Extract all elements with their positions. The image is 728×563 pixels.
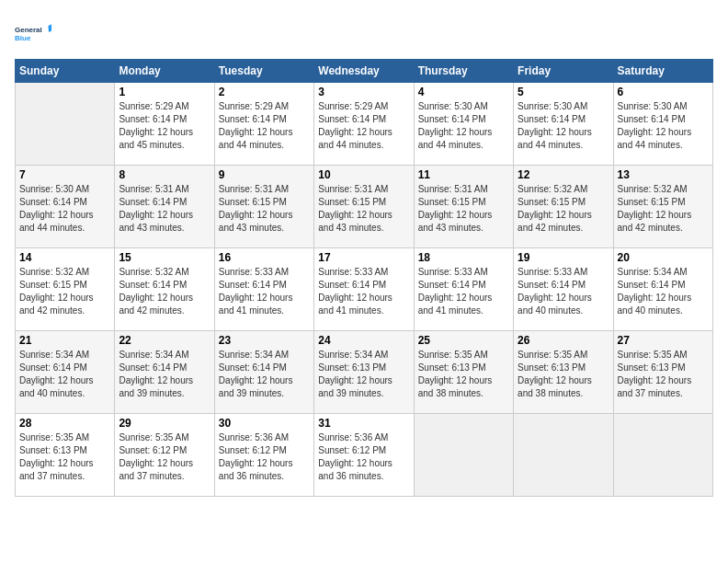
day-info: Sunrise: 5:34 AM Sunset: 6:14 PM Dayligh… bbox=[119, 349, 210, 400]
day-number: 12 bbox=[518, 168, 609, 181]
day-info: Sunrise: 5:36 AM Sunset: 6:12 PM Dayligh… bbox=[219, 431, 310, 483]
day-info: Sunrise: 5:33 AM Sunset: 6:14 PM Dayligh… bbox=[518, 266, 609, 317]
calendar-cell: 5Sunrise: 5:30 AM Sunset: 6:14 PM Daylig… bbox=[514, 83, 613, 166]
day-number: 10 bbox=[318, 168, 409, 181]
day-number: 5 bbox=[518, 86, 609, 98]
calendar-cell: 1Sunrise: 5:29 AM Sunset: 6:14 PM Daylig… bbox=[115, 83, 214, 166]
week-row-3: 14Sunrise: 5:32 AM Sunset: 6:15 PM Dayli… bbox=[16, 248, 713, 331]
week-row-4: 21Sunrise: 5:34 AM Sunset: 6:14 PM Dayli… bbox=[16, 331, 713, 414]
day-number: 21 bbox=[19, 334, 110, 347]
logo-svg: General Blue bbox=[15, 15, 51, 52]
calendar-cell: 20Sunrise: 5:34 AM Sunset: 6:14 PM Dayli… bbox=[613, 248, 712, 331]
day-info: Sunrise: 5:32 AM Sunset: 6:15 PM Dayligh… bbox=[19, 266, 110, 317]
calendar-cell: 26Sunrise: 5:35 AM Sunset: 6:13 PM Dayli… bbox=[514, 331, 613, 414]
day-info: Sunrise: 5:29 AM Sunset: 6:14 PM Dayligh… bbox=[119, 100, 210, 152]
col-header-sunday: Sunday bbox=[16, 60, 115, 83]
day-info: Sunrise: 5:29 AM Sunset: 6:14 PM Dayligh… bbox=[219, 100, 310, 152]
svg-marker-2 bbox=[49, 24, 52, 32]
day-info: Sunrise: 5:31 AM Sunset: 6:15 PM Dayligh… bbox=[219, 183, 310, 235]
calendar-cell: 31Sunrise: 5:36 AM Sunset: 6:12 PM Dayli… bbox=[314, 414, 414, 497]
calendar-cell: 14Sunrise: 5:32 AM Sunset: 6:15 PM Dayli… bbox=[16, 248, 115, 331]
day-number: 8 bbox=[119, 168, 210, 181]
calendar-header: SundayMondayTuesdayWednesdayThursdayFrid… bbox=[16, 60, 713, 83]
day-number: 14 bbox=[19, 251, 110, 264]
calendar-cell: 10Sunrise: 5:31 AM Sunset: 6:15 PM Dayli… bbox=[314, 166, 414, 248]
day-number: 20 bbox=[618, 251, 709, 264]
calendar-cell: 15Sunrise: 5:32 AM Sunset: 6:14 PM Dayli… bbox=[115, 248, 214, 331]
day-info: Sunrise: 5:34 AM Sunset: 6:14 PM Dayligh… bbox=[618, 266, 709, 317]
day-number: 16 bbox=[219, 251, 310, 264]
col-header-friday: Friday bbox=[514, 60, 613, 83]
calendar-cell: 6Sunrise: 5:30 AM Sunset: 6:14 PM Daylig… bbox=[613, 83, 712, 166]
calendar-cell: 7Sunrise: 5:30 AM Sunset: 6:14 PM Daylig… bbox=[16, 166, 115, 248]
day-info: Sunrise: 5:35 AM Sunset: 6:13 PM Dayligh… bbox=[618, 349, 709, 400]
calendar-cell: 30Sunrise: 5:36 AM Sunset: 6:12 PM Dayli… bbox=[214, 414, 313, 497]
day-info: Sunrise: 5:31 AM Sunset: 6:15 PM Dayligh… bbox=[418, 183, 509, 235]
day-number: 18 bbox=[418, 251, 509, 264]
day-number: 24 bbox=[318, 334, 409, 347]
calendar-cell: 25Sunrise: 5:35 AM Sunset: 6:13 PM Dayli… bbox=[414, 331, 513, 414]
day-number: 31 bbox=[318, 417, 409, 430]
day-number: 6 bbox=[618, 86, 709, 98]
calendar-cell: 4Sunrise: 5:30 AM Sunset: 6:14 PM Daylig… bbox=[414, 83, 513, 166]
calendar-cell: 16Sunrise: 5:33 AM Sunset: 6:14 PM Dayli… bbox=[214, 248, 313, 331]
calendar-cell: 28Sunrise: 5:35 AM Sunset: 6:13 PM Dayli… bbox=[16, 414, 115, 497]
col-header-saturday: Saturday bbox=[613, 60, 712, 83]
day-number: 11 bbox=[418, 168, 509, 181]
svg-text:Blue: Blue bbox=[15, 34, 31, 42]
day-info: Sunrise: 5:35 AM Sunset: 6:13 PM Dayligh… bbox=[418, 349, 509, 400]
page-header: General Blue bbox=[15, 15, 713, 52]
calendar-cell: 17Sunrise: 5:33 AM Sunset: 6:14 PM Dayli… bbox=[314, 248, 414, 331]
day-number: 19 bbox=[518, 251, 609, 264]
day-number: 4 bbox=[418, 86, 509, 98]
calendar-table: SundayMondayTuesdayWednesdayThursdayFrid… bbox=[15, 59, 713, 497]
calendar-cell: 27Sunrise: 5:35 AM Sunset: 6:13 PM Dayli… bbox=[613, 331, 712, 414]
day-info: Sunrise: 5:32 AM Sunset: 6:15 PM Dayligh… bbox=[518, 183, 609, 235]
calendar-cell: 3Sunrise: 5:29 AM Sunset: 6:14 PM Daylig… bbox=[314, 83, 414, 166]
calendar-cell: 11Sunrise: 5:31 AM Sunset: 6:15 PM Dayli… bbox=[414, 166, 513, 248]
day-info: Sunrise: 5:30 AM Sunset: 6:14 PM Dayligh… bbox=[618, 100, 709, 152]
day-info: Sunrise: 5:34 AM Sunset: 6:14 PM Dayligh… bbox=[219, 349, 310, 400]
col-header-monday: Monday bbox=[115, 60, 214, 83]
day-number: 29 bbox=[119, 417, 210, 430]
calendar-cell: 23Sunrise: 5:34 AM Sunset: 6:14 PM Dayli… bbox=[214, 331, 313, 414]
calendar-cell bbox=[514, 414, 613, 497]
day-number: 2 bbox=[219, 86, 310, 98]
svg-text:General: General bbox=[15, 26, 42, 34]
calendar-cell: 8Sunrise: 5:31 AM Sunset: 6:14 PM Daylig… bbox=[115, 166, 214, 248]
day-number: 13 bbox=[618, 168, 709, 181]
calendar-cell bbox=[414, 414, 513, 497]
day-info: Sunrise: 5:30 AM Sunset: 6:14 PM Dayligh… bbox=[19, 183, 110, 235]
logo: General Blue bbox=[15, 15, 51, 52]
day-info: Sunrise: 5:35 AM Sunset: 6:13 PM Dayligh… bbox=[19, 431, 110, 483]
day-number: 3 bbox=[318, 86, 409, 98]
col-header-wednesday: Wednesday bbox=[314, 60, 414, 83]
calendar-cell: 18Sunrise: 5:33 AM Sunset: 6:14 PM Dayli… bbox=[414, 248, 513, 331]
day-info: Sunrise: 5:33 AM Sunset: 6:14 PM Dayligh… bbox=[219, 266, 310, 317]
calendar-cell: 13Sunrise: 5:32 AM Sunset: 6:15 PM Dayli… bbox=[613, 166, 712, 248]
week-row-2: 7Sunrise: 5:30 AM Sunset: 6:14 PM Daylig… bbox=[16, 166, 713, 248]
day-info: Sunrise: 5:35 AM Sunset: 6:13 PM Dayligh… bbox=[518, 349, 609, 400]
calendar-cell: 9Sunrise: 5:31 AM Sunset: 6:15 PM Daylig… bbox=[214, 166, 313, 248]
calendar-cell: 2Sunrise: 5:29 AM Sunset: 6:14 PM Daylig… bbox=[214, 83, 313, 166]
day-info: Sunrise: 5:33 AM Sunset: 6:14 PM Dayligh… bbox=[318, 266, 409, 317]
day-number: 23 bbox=[219, 334, 310, 347]
day-number: 17 bbox=[318, 251, 409, 264]
day-number: 22 bbox=[119, 334, 210, 347]
day-info: Sunrise: 5:31 AM Sunset: 6:15 PM Dayligh… bbox=[318, 183, 409, 235]
week-row-5: 28Sunrise: 5:35 AM Sunset: 6:13 PM Dayli… bbox=[16, 414, 713, 497]
day-info: Sunrise: 5:35 AM Sunset: 6:12 PM Dayligh… bbox=[119, 431, 210, 483]
day-info: Sunrise: 5:29 AM Sunset: 6:14 PM Dayligh… bbox=[318, 100, 409, 152]
day-info: Sunrise: 5:31 AM Sunset: 6:14 PM Dayligh… bbox=[119, 183, 210, 235]
day-info: Sunrise: 5:36 AM Sunset: 6:12 PM Dayligh… bbox=[318, 431, 409, 483]
calendar-cell: 21Sunrise: 5:34 AM Sunset: 6:14 PM Dayli… bbox=[16, 331, 115, 414]
day-number: 9 bbox=[219, 168, 310, 181]
day-info: Sunrise: 5:32 AM Sunset: 6:15 PM Dayligh… bbox=[618, 183, 709, 235]
day-number: 28 bbox=[19, 417, 110, 430]
day-info: Sunrise: 5:30 AM Sunset: 6:14 PM Dayligh… bbox=[518, 100, 609, 152]
day-info: Sunrise: 5:33 AM Sunset: 6:14 PM Dayligh… bbox=[418, 266, 509, 317]
calendar-cell: 29Sunrise: 5:35 AM Sunset: 6:12 PM Dayli… bbox=[115, 414, 214, 497]
day-number: 1 bbox=[119, 86, 210, 98]
day-number: 15 bbox=[119, 251, 210, 264]
calendar-cell: 12Sunrise: 5:32 AM Sunset: 6:15 PM Dayli… bbox=[514, 166, 613, 248]
